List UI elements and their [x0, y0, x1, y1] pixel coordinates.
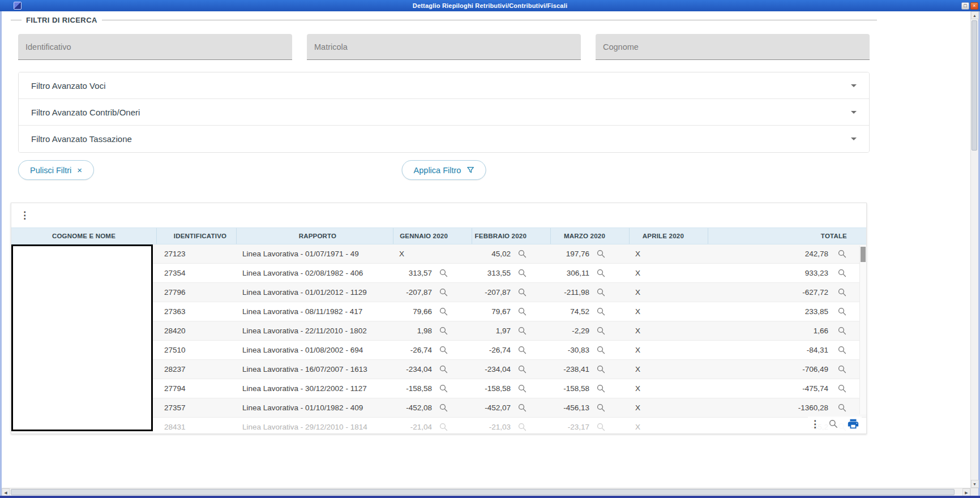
row-menu-kebab-icon[interactable]: ⋮: [810, 419, 820, 429]
cell-value: X: [635, 384, 640, 393]
cell-value: -23,17: [568, 423, 589, 431]
vertical-scroll-track[interactable]: [971, 19, 978, 480]
cell-month: -2,29: [551, 321, 630, 340]
column-header[interactable]: RAPPORTO: [237, 228, 393, 244]
detail-lens-icon[interactable]: [517, 287, 527, 297]
horizontal-scroll-thumb[interactable]: [11, 489, 955, 495]
detail-lens-icon[interactable]: [439, 287, 448, 297]
cell-identificativo: 28420: [157, 321, 237, 340]
column-header[interactable]: IDENTIFICATIVO: [157, 228, 237, 244]
column-header[interactable]: TOTALE: [708, 228, 866, 244]
titlebar[interactable]: Dettaglio Riepiloghi Retributivi/Contrib…: [0, 0, 980, 11]
print-button[interactable]: [847, 418, 859, 430]
scroll-right-button[interactable]: ▶: [962, 488, 970, 496]
cell-month: X: [630, 418, 708, 433]
scroll-up-button[interactable]: ▲: [971, 11, 979, 19]
detail-lens-icon[interactable]: [439, 345, 448, 355]
cell-month: 197,76: [551, 244, 630, 263]
pulisci-filtri-button[interactable]: Pulisci Filtri ×: [18, 160, 94, 180]
identificativo-input[interactable]: [18, 34, 292, 60]
detail-lens-icon[interactable]: [596, 268, 606, 278]
cell-value: -26,74: [410, 346, 432, 354]
totale-lens-icon[interactable]: [837, 326, 847, 336]
detail-lens-icon[interactable]: [596, 422, 606, 432]
detail-lens-icon[interactable]: [517, 364, 527, 374]
detail-lens-icon[interactable]: [439, 384, 448, 393]
cell-identificativo: 27510: [157, 341, 237, 359]
horizontal-scroll-track[interactable]: [10, 488, 962, 496]
detail-lens-icon[interactable]: [517, 268, 527, 278]
totale-lens-icon[interactable]: [837, 345, 847, 355]
scroll-left-button[interactable]: ◀: [2, 488, 10, 496]
cell-month: -158,58: [393, 379, 472, 398]
search-icon[interactable]: [828, 419, 838, 429]
cognome-input[interactable]: [596, 34, 870, 60]
cell-month: -452,08: [393, 398, 472, 417]
accordion-filtro-avanzato-contrib-oneri[interactable]: Filtro Avanzato Contrib/Oneri: [19, 99, 869, 126]
detail-lens-icon[interactable]: [517, 249, 527, 259]
detail-lens-icon[interactable]: [439, 403, 448, 413]
maximize-button[interactable]: □: [961, 2, 969, 10]
detail-lens-icon[interactable]: [596, 345, 606, 355]
detail-lens-icon[interactable]: [439, 326, 448, 336]
detail-lens-icon[interactable]: [517, 403, 527, 413]
detail-lens-icon[interactable]: [517, 345, 527, 355]
detail-lens-icon[interactable]: [596, 403, 606, 413]
cell-month: 1,98: [393, 321, 472, 340]
detail-lens-icon[interactable]: [439, 268, 448, 278]
accordion-filtro-avanzato-voci[interactable]: Filtro Avanzato Voci: [19, 72, 869, 99]
window-title: Dettaglio Riepiloghi Retributivi/Contrib…: [0, 2, 980, 9]
table-menu-kebab-icon[interactable]: ⋮: [20, 211, 29, 220]
totale-lens-icon[interactable]: [837, 307, 847, 316]
column-header[interactable]: FEBBRAIO 2020: [472, 228, 551, 244]
close-button[interactable]: ×: [970, 2, 978, 10]
totale-lens-icon[interactable]: [837, 403, 847, 413]
cell-rapporto: Linea Lavorativa - 01/01/2012 - 1129: [237, 283, 393, 302]
column-header[interactable]: COGNOME E NOME: [11, 228, 157, 244]
table-scrollbar[interactable]: [859, 246, 866, 414]
cell-month: -26,74: [393, 341, 472, 359]
detail-lens-icon[interactable]: [517, 326, 527, 336]
table-scrollbar-thumb[interactable]: [861, 247, 866, 262]
totale-lens-icon[interactable]: [837, 287, 847, 297]
button-label: Pulisci Filtri: [30, 166, 71, 175]
cell-value: X: [635, 250, 640, 258]
cell-value: -21,03: [489, 423, 511, 431]
detail-lens-icon[interactable]: [596, 287, 606, 297]
cell-value: X: [635, 307, 640, 316]
filter-funnel-icon: [467, 166, 474, 174]
detail-lens-icon[interactable]: [439, 422, 448, 432]
totale-lens-icon[interactable]: [837, 364, 847, 374]
cell-value: -234,04: [406, 365, 432, 374]
detail-lens-icon[interactable]: [439, 307, 448, 316]
applica-filtro-button[interactable]: Applica Filtro: [402, 160, 486, 180]
advanced-filters-accordion: Filtro Avanzato Voci Filtro Avanzato Con…: [18, 72, 870, 153]
accordion-filtro-avanzato-tassazione[interactable]: Filtro Avanzato Tassazione: [19, 126, 869, 152]
column-header[interactable]: MARZO 2020: [551, 228, 630, 244]
window-vertical-scrollbar[interactable]: ▲ ▼: [970, 11, 978, 488]
detail-lens-icon[interactable]: [596, 364, 606, 374]
detail-lens-icon[interactable]: [517, 384, 527, 393]
scroll-down-button[interactable]: ▼: [971, 480, 979, 488]
vertical-scroll-thumb[interactable]: [972, 20, 977, 151]
totale-lens-icon[interactable]: [837, 268, 847, 278]
totale-lens-icon[interactable]: [837, 384, 847, 393]
cell-month: -21,03: [472, 418, 551, 433]
totale-lens-icon[interactable]: [837, 249, 847, 259]
detail-lens-icon[interactable]: [596, 384, 606, 393]
window-horizontal-scrollbar[interactable]: ◀ ▶: [2, 488, 970, 496]
detail-lens-icon[interactable]: [517, 307, 527, 316]
column-header[interactable]: APRILE 2020: [630, 228, 708, 244]
cell-month: -211,98: [551, 283, 630, 302]
detail-lens-icon[interactable]: [517, 422, 527, 432]
detail-lens-icon[interactable]: [596, 249, 606, 259]
matricola-input[interactable]: [307, 34, 581, 60]
column-header[interactable]: GENNAIO 2020: [393, 228, 472, 244]
cell-value: 233,85: [805, 307, 828, 316]
cell-month: -207,87: [393, 283, 472, 302]
cell-month: X: [630, 398, 708, 417]
detail-lens-icon[interactable]: [439, 364, 448, 374]
detail-lens-icon[interactable]: [596, 326, 606, 336]
cell-value: 74,52: [570, 307, 589, 316]
detail-lens-icon[interactable]: [596, 307, 606, 316]
